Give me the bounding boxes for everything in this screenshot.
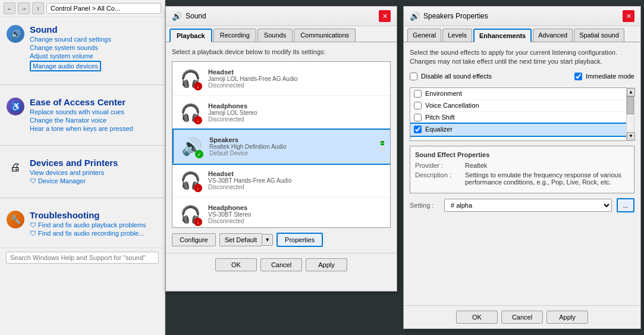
- ease-icon: ♿: [6, 97, 25, 116]
- device-subname-4: VS-30BT Hands-Free AG Audio: [208, 177, 384, 184]
- effect-checkbox-voice-cancellation[interactable]: [414, 102, 422, 109]
- sound-effect-props-title: Sound Effect Properties: [415, 151, 629, 158]
- configure-button[interactable]: Configure: [172, 233, 216, 246]
- sound-cancel-button[interactable]: Cancel: [260, 258, 302, 271]
- device-item-headset-vs30bt[interactable]: 🎧 ↓ Headset VS-30BT Hands-Free AG Audio …: [172, 164, 390, 198]
- manage-audio-devices-link[interactable]: Manage audio devices: [30, 61, 101, 71]
- effect-checkbox-pitch-shift[interactable]: [414, 114, 422, 121]
- sp-tab-levels[interactable]: Levels: [442, 29, 472, 42]
- device-info-5: Headphones VS-30BT Stereo Disconnected: [208, 204, 384, 224]
- ease-section-header: ♿ Ease of Access Center Replace sounds w…: [6, 97, 159, 133]
- replace-sounds-link[interactable]: Replace sounds with visual cues: [30, 108, 133, 115]
- speakers-ok-button[interactable]: OK: [456, 311, 498, 324]
- device-item-speakers[interactable]: 🔊 ✓ Speakers Realtek High Definition Aud…: [172, 130, 390, 164]
- device-item-headphones-jamoji[interactable]: 🎧 ↓ Headphones Jamoji LOL Stereo Disconn…: [172, 96, 390, 130]
- nav-up-button[interactable]: ↑: [32, 2, 44, 14]
- ease-section-content: Ease of Access Center Replace sounds wit…: [30, 97, 133, 133]
- setting-dots-button[interactable]: ...: [617, 198, 634, 212]
- sp-tab-spatial-sound[interactable]: Spatial sound: [574, 29, 624, 42]
- device-name-2: Headphones: [208, 102, 384, 109]
- provider-label: Provider :: [415, 162, 463, 169]
- properties-button[interactable]: Properties: [277, 233, 323, 247]
- device-info-3: Speakers Realtek High Definition Audio D…: [209, 136, 373, 156]
- scrollbar-thumb[interactable]: [627, 96, 634, 114]
- shield-icon: 🛡: [30, 177, 36, 184]
- immediate-mode-checkbox[interactable]: [574, 73, 582, 80]
- speakers-cancel-button[interactable]: Cancel: [501, 311, 543, 324]
- setting-select[interactable]: # alpha: [444, 199, 612, 212]
- device-icon-wrap-4: 🎧 ↓: [178, 168, 202, 192]
- effects-list: Environment Voice Cancellation Pitch Shi…: [410, 87, 634, 141]
- devices-icon: 🖨: [6, 158, 25, 177]
- disable-all-checkbox[interactable]: [410, 73, 417, 80]
- sound-dialog-ok-cancel: OK Cancel Apply: [166, 253, 397, 276]
- scrollbar-down-button[interactable]: ▼: [627, 132, 635, 140]
- speakers-dialog-close-button[interactable]: ✕: [623, 10, 634, 22]
- devices-section: 🖨 Devices and Printers View devices and …: [0, 151, 165, 193]
- change-sound-card-link[interactable]: Change sound card settings: [30, 36, 111, 43]
- change-system-sounds-link[interactable]: Change system sounds: [30, 44, 111, 51]
- fix-recording-link[interactable]: 🛡 Find and fix audio recording proble...: [30, 230, 146, 237]
- change-narrator-link[interactable]: Change the Narrator voice: [30, 117, 133, 124]
- shield-icon-2: 🛡: [30, 230, 36, 237]
- sp-tab-advanced[interactable]: Advanced: [533, 29, 573, 42]
- sound-dialog-content: Select a playback device below to modify…: [166, 42, 397, 253]
- device-icon-wrap-2: 🎧 ↓: [178, 101, 202, 124]
- device-name-3: Speakers: [209, 136, 373, 143]
- level-seg-5: [381, 151, 384, 152]
- tab-playback[interactable]: Playback: [169, 29, 212, 42]
- device-manager-link[interactable]: 🛡 Device Manager: [30, 177, 118, 184]
- effect-label-voice-cancellation: Voice Cancellation: [425, 102, 479, 109]
- sound-dialog-icon: 🔊: [172, 11, 182, 21]
- device-status-2: Disconnected: [208, 116, 384, 123]
- effect-item-equalizer[interactable]: Equalizer: [410, 124, 634, 136]
- search-input[interactable]: [6, 252, 159, 264]
- view-devices-link[interactable]: View devices and printers: [30, 169, 118, 176]
- divider-1: [0, 84, 165, 85]
- devices-title: Devices and Printers: [30, 158, 118, 168]
- hear-tone-link[interactable]: Hear a tone when keys are pressed: [30, 125, 133, 132]
- provider-row: Provider : Realtek: [415, 162, 629, 169]
- shield-icon-1: 🛡: [30, 221, 36, 228]
- tab-recording[interactable]: Recording: [213, 29, 256, 42]
- device-item-headset-jamoji[interactable]: 🎧 ↓ Headset Jamoji LOL Hands-Free AG Aud…: [172, 62, 390, 96]
- sound-apply-button[interactable]: Apply: [306, 258, 347, 271]
- effect-checkbox-equalizer[interactable]: [414, 126, 422, 133]
- sp-tab-general[interactable]: General: [407, 29, 441, 42]
- device-icon-wrap-1: 🎧 ↓: [178, 67, 202, 90]
- set-default-arrow[interactable]: ▼: [262, 234, 273, 246]
- sound-ok-button[interactable]: OK: [215, 258, 257, 271]
- effect-item-environment[interactable]: Environment: [410, 88, 634, 100]
- device-item-headphones-vs30bt[interactable]: 🎧 ↓ Headphones VS-30BT Stereo Disconnect…: [172, 198, 390, 228]
- sp-tab-enhancements[interactable]: Enhancements: [473, 29, 532, 42]
- effect-label-pitch-shift: Pitch Shift: [425, 114, 455, 121]
- troubleshoot-circle-icon: 🔧: [7, 211, 24, 228]
- immediate-mode-checkbox-row: Immediate mode: [574, 73, 634, 80]
- adjust-system-volume-link[interactable]: Adjust system volume: [30, 52, 111, 60]
- divider-2: [0, 145, 165, 146]
- tab-communications[interactable]: Communications: [294, 29, 356, 42]
- nav-back-button[interactable]: ←: [4, 2, 15, 14]
- nav-forward-button[interactable]: →: [18, 2, 30, 14]
- speakers-dialog-buttons: OK Cancel Apply: [404, 305, 640, 328]
- scrollbar-up-button[interactable]: ▲: [627, 88, 635, 96]
- disable-all-checkbox-row: Disable all sound effects: [410, 73, 492, 80]
- set-default-main[interactable]: Set Default: [219, 233, 262, 246]
- speakers-dialog-content: Select the sound effects to apply for yo…: [404, 42, 640, 218]
- sound-dialog-close-button[interactable]: ✕: [379, 10, 391, 22]
- speakers-dialog-titlebar: 🔊 Speakers Properties ✕: [404, 7, 640, 26]
- effect-item-voice-cancellation[interactable]: Voice Cancellation: [410, 100, 634, 112]
- sound-dialog: 🔊 Sound ✕ Playback Recording Sounds Comm…: [165, 6, 397, 292]
- disable-all-label: Disable all sound effects: [421, 73, 492, 80]
- effect-item-pitch-shift[interactable]: Pitch Shift: [410, 112, 634, 124]
- description-label: Description :: [415, 171, 463, 186]
- tab-sounds[interactable]: Sounds: [257, 29, 293, 42]
- troubleshoot-icon: 🔧: [6, 210, 25, 229]
- device-name-1: Headset: [208, 68, 384, 76]
- speakers-apply-button[interactable]: Apply: [546, 311, 588, 324]
- effects-scrollbar[interactable]: ▲ ▼: [626, 87, 634, 141]
- effect-checkbox-environment[interactable]: [414, 90, 422, 98]
- speakers-dialog-title: 🔊 Speakers Properties: [410, 11, 488, 21]
- fix-playback-link[interactable]: 🛡 Find and fix audio playback problems: [30, 221, 146, 228]
- speakers-dialog-title-text: Speakers Properties: [423, 12, 488, 20]
